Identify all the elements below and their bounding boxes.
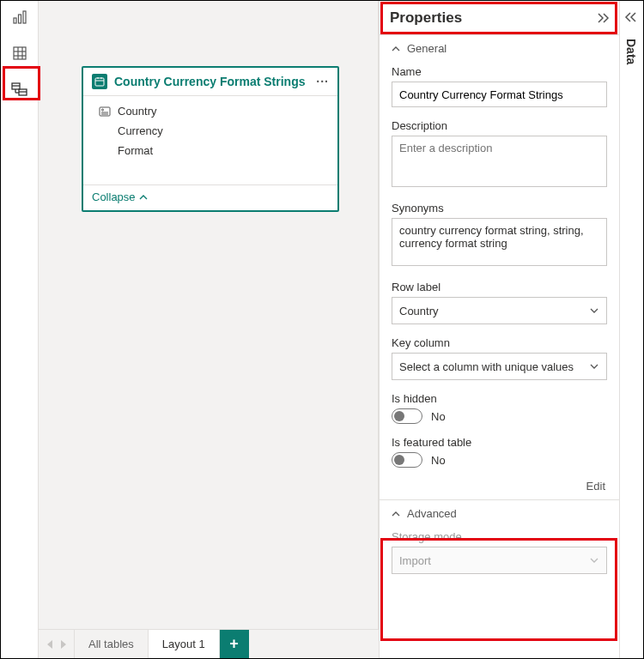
- layout-tab[interactable]: Layout 1: [149, 630, 220, 658]
- is-hidden-label: Is hidden: [392, 392, 607, 405]
- edit-link[interactable]: Edit: [380, 476, 619, 499]
- svg-rect-0: [14, 18, 16, 23]
- table-card-header[interactable]: Country Currency Format Strings ···: [83, 68, 337, 96]
- all-tables-tab[interactable]: All tables: [75, 630, 149, 658]
- key-column-select[interactable]: Select a column with unique values: [392, 353, 607, 380]
- synonyms-input[interactable]: [392, 218, 607, 266]
- name-label: Name: [392, 65, 607, 78]
- chevron-down-icon: [589, 555, 599, 565]
- collapse-pane-button[interactable]: [597, 12, 611, 24]
- svg-marker-22: [47, 640, 52, 649]
- layout-tabs-bar: All tables Layout 1 +: [39, 629, 379, 658]
- is-hidden-value: No: [431, 410, 446, 423]
- general-section-header[interactable]: General: [380, 35, 619, 62]
- is-featured-value: No: [431, 454, 446, 467]
- name-input[interactable]: [392, 82, 607, 107]
- chevron-up-icon: [392, 45, 400, 53]
- svg-rect-2: [23, 11, 26, 23]
- report-view-button[interactable]: [7, 6, 33, 28]
- svg-rect-1: [18, 15, 21, 23]
- storage-mode-label: Storage mode: [392, 530, 607, 543]
- advanced-section-header[interactable]: Advanced: [380, 500, 619, 527]
- storage-mode-select: Import: [392, 547, 607, 574]
- key-column-label: Key column: [392, 336, 607, 349]
- table-more-button[interactable]: ···: [316, 75, 329, 88]
- chevron-down-icon: [589, 305, 599, 316]
- table-field-row[interactable]: Currency: [94, 121, 331, 141]
- is-hidden-toggle[interactable]: [392, 408, 422, 424]
- add-layout-button[interactable]: +: [220, 630, 249, 658]
- chevron-double-left-icon: [624, 11, 638, 23]
- data-pane-collapsed[interactable]: Data: [619, 1, 643, 658]
- properties-header: Properties: [380, 1, 619, 35]
- description-label: Description: [392, 119, 607, 132]
- chevron-down-icon: [589, 361, 599, 372]
- field-label: Country: [118, 105, 157, 118]
- model-canvas[interactable]: Country Currency Format Strings ··· Coun…: [39, 1, 379, 629]
- field-label: Format: [118, 144, 153, 157]
- svg-rect-3: [14, 47, 26, 59]
- table-icon: [92, 74, 107, 89]
- key-field-icon: [99, 106, 111, 117]
- tab-nav-arrows[interactable]: [39, 630, 75, 658]
- svg-marker-23: [61, 640, 66, 649]
- table-fields-list: Country Currency Format: [83, 96, 337, 184]
- is-featured-label: Is featured table: [392, 436, 607, 449]
- chevron-double-right-icon: [597, 12, 611, 24]
- data-pane-label: Data: [624, 39, 638, 64]
- is-featured-toggle[interactable]: [392, 452, 422, 468]
- svg-rect-14: [95, 78, 104, 86]
- collapse-label: Collapse: [92, 190, 136, 203]
- row-label-label: Row label: [392, 281, 607, 293]
- collapse-button[interactable]: Collapse: [83, 184, 337, 210]
- properties-pane: Properties General Name Description Syno…: [379, 1, 619, 658]
- properties-title: Properties: [390, 9, 462, 27]
- svg-point-19: [102, 109, 104, 111]
- field-label: Currency: [118, 124, 163, 137]
- row-label-select[interactable]: Country: [392, 297, 607, 324]
- expand-data-button[interactable]: [624, 11, 638, 23]
- table-card-title: Country Currency Format Strings: [114, 75, 309, 88]
- synonyms-label: Synonyms: [392, 202, 607, 215]
- chevron-up-icon: [139, 193, 148, 202]
- table-card[interactable]: Country Currency Format Strings ··· Coun…: [82, 66, 339, 212]
- chevron-up-icon: [392, 510, 400, 518]
- table-field-row[interactable]: Country: [94, 101, 331, 121]
- model-view-highlight: [3, 66, 40, 100]
- table-field-row[interactable]: Format: [94, 141, 331, 160]
- description-input[interactable]: [392, 136, 607, 187]
- data-view-button[interactable]: [7, 42, 33, 64]
